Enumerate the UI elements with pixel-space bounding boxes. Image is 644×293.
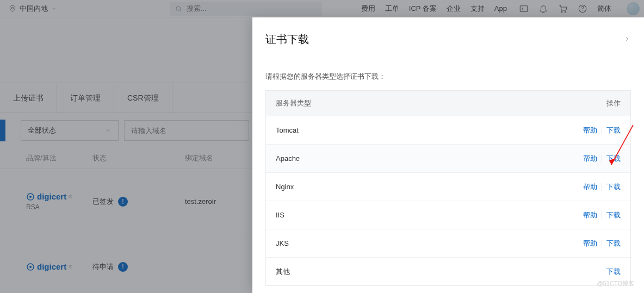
help-link[interactable]: 帮助: [583, 210, 597, 220]
help-link[interactable]: 帮助: [583, 239, 597, 248]
download-table-header: 服务器类型 操作: [266, 91, 630, 116]
server-type-name: JKS: [276, 239, 583, 247]
server-type-name: IIS: [276, 211, 583, 219]
download-row: JKS帮助下载: [266, 229, 630, 257]
row-actions: 帮助下载: [583, 239, 621, 248]
panel-header: 证书下载: [252, 17, 644, 61]
divider: [602, 155, 602, 163]
close-button[interactable]: [623, 33, 631, 46]
panel-body: 请根据您的服务器类型选择证书下载： 服务器类型 操作 Tomcat帮助下载Apa…: [252, 61, 644, 286]
download-row: 其他下载: [266, 257, 630, 285]
server-type-name: 其他: [276, 267, 606, 277]
row-actions: 下载: [606, 267, 621, 277]
server-type-name: Tomcat: [276, 126, 583, 134]
download-row: Apache帮助下载: [266, 144, 630, 172]
download-row: Nginx帮助下载: [266, 172, 630, 201]
col-server-type: 服务器类型: [276, 98, 588, 108]
help-link[interactable]: 帮助: [583, 154, 597, 164]
server-type-name: Apache: [276, 154, 583, 163]
download-row: IIS帮助下载: [266, 201, 630, 229]
divider: [602, 183, 602, 191]
download-link[interactable]: 下载: [606, 239, 621, 248]
download-link[interactable]: 下载: [606, 210, 621, 220]
row-actions: 帮助下载: [583, 182, 621, 192]
download-link[interactable]: 下载: [606, 267, 621, 277]
divider: [602, 211, 602, 219]
chevron-right-icon: [623, 35, 631, 43]
row-actions: 帮助下载: [583, 210, 621, 220]
panel-hint: 请根据您的服务器类型选择证书下载：: [265, 72, 631, 82]
server-type-name: Nginx: [276, 183, 583, 191]
download-link[interactable]: 下载: [606, 182, 621, 192]
row-actions: 帮助下载: [583, 154, 621, 164]
col-operations: 操作: [588, 98, 621, 108]
divider: [602, 240, 602, 247]
divider: [602, 127, 602, 134]
help-link[interactable]: 帮助: [583, 126, 597, 135]
download-link[interactable]: 下载: [606, 154, 621, 164]
download-row: Tomcat帮助下载: [266, 116, 630, 144]
panel-title: 证书下载: [265, 32, 309, 47]
row-actions: 帮助下载: [583, 126, 621, 135]
download-link[interactable]: 下载: [606, 126, 621, 135]
download-panel: 证书下载 请根据您的服务器类型选择证书下载： 服务器类型 操作 Tomcat帮助…: [252, 17, 644, 293]
download-table: 服务器类型 操作 Tomcat帮助下载Apache帮助下载Nginx帮助下载II…: [265, 90, 631, 286]
help-link[interactable]: 帮助: [583, 182, 597, 192]
